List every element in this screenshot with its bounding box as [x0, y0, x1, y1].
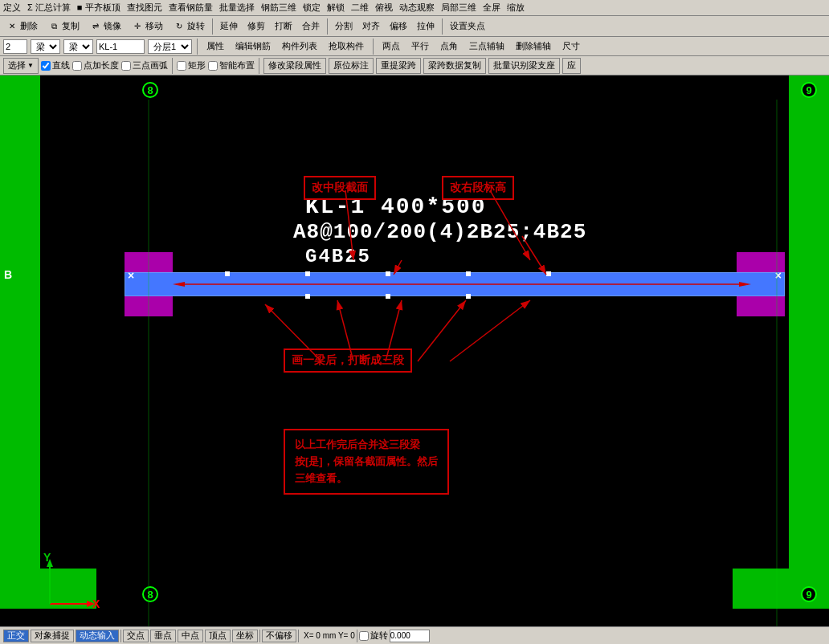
coord-display: X= 0 mm Y= 0: [304, 631, 355, 640]
btn-edit-rebar[interactable]: 编辑钢筋: [231, 38, 275, 55]
btn-rotate[interactable]: ↻ 旋转: [169, 18, 209, 35]
svg-text:X: X: [92, 597, 100, 610]
menu-unlock[interactable]: 解锁: [327, 2, 345, 14]
btn-two-point[interactable]: 两点: [378, 38, 404, 55]
btn-align[interactable]: 对齐: [358, 18, 384, 35]
svg-line-10: [394, 260, 402, 275]
copy-icon: ⧉: [47, 20, 60, 33]
btn-delete-aux[interactable]: 删除辅轴: [512, 38, 555, 55]
status-sep2: [259, 630, 260, 642]
btn-component-list[interactable]: 构件列表: [278, 38, 321, 55]
btn-parallel[interactable]: 平行: [407, 38, 433, 55]
btn-extend[interactable]: 延伸: [216, 18, 242, 35]
status-no-offset[interactable]: 不偏移: [262, 630, 296, 642]
menu-lock[interactable]: 锁定: [303, 2, 321, 14]
check-smart-layout[interactable]: 智能布置: [208, 59, 255, 71]
btn-point-angle[interactable]: 点角: [436, 38, 462, 55]
btn-merge[interactable]: 合并: [298, 18, 324, 35]
type1-select[interactable]: 梁: [31, 39, 60, 54]
svg-text:Y: Y: [43, 551, 51, 564]
btn-properties[interactable]: 属性: [202, 38, 228, 55]
status-ortho[interactable]: 正交: [3, 630, 29, 642]
menu-2d[interactable]: 二维: [351, 2, 369, 14]
check-straight-line[interactable]: 直线: [41, 59, 70, 71]
btn-dimension[interactable]: 尺寸: [558, 38, 584, 55]
status-perpendicular[interactable]: 垂点: [150, 630, 176, 642]
btn-copy[interactable]: ⧉ 复制: [43, 18, 84, 35]
btn-span-copy[interactable]: 梁跨数据复制: [423, 58, 486, 74]
prop-sep1: [197, 39, 198, 55]
btn-trim[interactable]: 修剪: [243, 18, 269, 35]
btn-pick-component[interactable]: 抢取构件: [325, 38, 368, 55]
btn-stretch[interactable]: 拉伸: [413, 18, 439, 35]
toolbar1: ✕ 删除 ⧉ 复制 ⇌ 镜像 ✛ 移动 ↻ 旋转 延伸 修剪 打断 合并: [0, 16, 829, 37]
svg-marker-13: [173, 282, 185, 287]
btn-apply[interactable]: 应: [562, 58, 581, 74]
btn-three-point-aux[interactable]: 三点辅轴: [465, 38, 508, 55]
menu-partial-3d[interactable]: 局部三维: [441, 2, 476, 14]
status-sep3: [298, 630, 299, 642]
status-sep1: [120, 630, 121, 642]
layer-num-input[interactable]: [3, 39, 27, 54]
status-midpoint[interactable]: 中点: [178, 630, 203, 642]
drawing-canvas[interactable]: 8 9 8 9 B × × K: [0, 75, 829, 626]
status-dynamic-input[interactable]: 动态输入: [76, 630, 119, 642]
canvas-svg: X Y: [0, 75, 829, 626]
element-name-input[interactable]: [96, 39, 145, 54]
btn-split[interactable]: 分割: [331, 18, 357, 35]
menu-summary[interactable]: Σ 汇总计算: [27, 2, 71, 14]
svg-line-4: [490, 190, 530, 260]
menu-align-top[interactable]: ■ 平齐板顶: [77, 2, 120, 14]
svg-line-6: [337, 300, 353, 361]
check-rect[interactable]: 矩形: [177, 59, 206, 71]
menu-batch-select[interactable]: 批量选择: [219, 2, 255, 14]
move-icon: ✛: [131, 20, 144, 33]
svg-line-11: [522, 236, 546, 275]
check-three-arc[interactable]: 三点画弧: [121, 59, 168, 71]
menu-rebar-3d[interactable]: 钢筋三维: [261, 2, 296, 14]
status-osnap[interactable]: 对象捕捉: [31, 630, 74, 642]
tb2-sep2: [259, 58, 259, 74]
menu-fullscreen[interactable]: 全屏: [483, 2, 500, 14]
btn-original-mark[interactable]: 原位标注: [329, 58, 374, 74]
menu-define[interactable]: 定义: [3, 2, 21, 14]
sep3: [442, 18, 443, 35]
statusbar: 正交 对象捕捉 动态输入 交点 垂点 中点 顶点 坐标 不偏移 X= 0 mm …: [0, 626, 829, 644]
rotation-control: 旋转: [359, 630, 430, 642]
sep1: [212, 18, 213, 35]
toolbar2: 选择 ▼ 直线 点加长度 三点画弧 矩形 智能布置 修改梁段属性 原位标注: [0, 56, 829, 75]
svg-line-9: [450, 300, 530, 361]
check-point-length[interactable]: 点加长度: [72, 59, 119, 71]
status-sep4: [357, 630, 357, 642]
type2-select[interactable]: 梁: [63, 39, 93, 54]
btn-break[interactable]: 打断: [271, 18, 296, 35]
layer-select[interactable]: 分层1: [148, 39, 192, 54]
status-intersection[interactable]: 交点: [123, 630, 149, 642]
btn-offset[interactable]: 偏移: [386, 18, 411, 35]
btn-delete[interactable]: ✕ 删除: [2, 18, 42, 35]
btn-set-grip[interactable]: 设置夹点: [446, 18, 489, 35]
btn-modify-beam-section[interactable]: 修改梁段属性: [263, 58, 326, 74]
btn-mirror[interactable]: ⇌ 镜像: [85, 18, 125, 35]
menu-view-rebar[interactable]: 查看钢筋量: [169, 2, 213, 14]
delete-icon: ✕: [6, 20, 18, 33]
status-coord[interactable]: 坐标: [232, 630, 258, 642]
btn-select[interactable]: 选择 ▼: [3, 58, 39, 74]
menu-find-elem[interactable]: 查找图元: [127, 2, 162, 14]
btn-batch-identify-support[interactable]: 批量识别梁支座: [488, 58, 560, 74]
svg-line-7: [386, 300, 402, 361]
svg-line-8: [418, 300, 466, 361]
rotation-checkbox[interactable]: [359, 631, 369, 641]
menu-dynamic-view[interactable]: 动态观察: [399, 2, 435, 14]
dropdown-icon: ▼: [27, 62, 34, 69]
rotation-value-input[interactable]: [390, 630, 430, 642]
propbar: 梁 梁 分层1 属性 编辑钢筋 构件列表 抢取构件 两点 平行 点角: [0, 37, 829, 56]
btn-move[interactable]: ✛ 移动: [127, 18, 167, 35]
menu-zoom[interactable]: 缩放: [507, 2, 525, 14]
btn-reextract-span[interactable]: 重提梁跨: [376, 58, 421, 74]
rotate-icon: ↻: [173, 20, 186, 33]
menu-top-view[interactable]: 俯视: [375, 2, 393, 14]
sep2: [327, 18, 328, 35]
prop-sep2: [373, 39, 374, 55]
status-endpoint[interactable]: 顶点: [205, 630, 231, 642]
